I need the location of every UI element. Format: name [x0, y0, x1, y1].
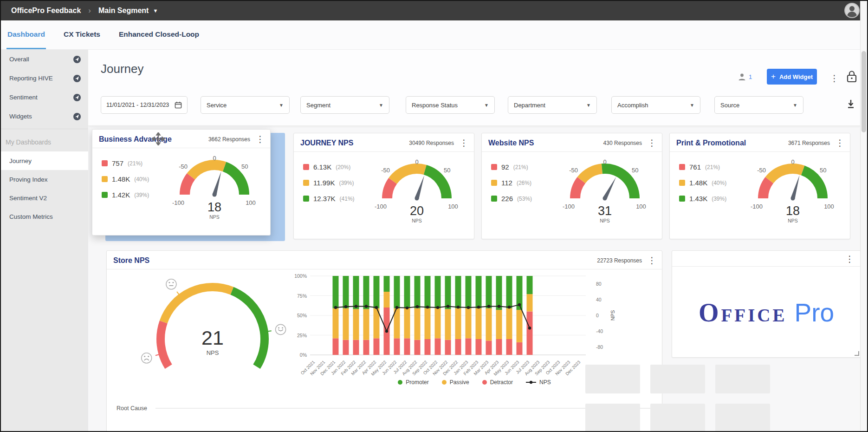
scrollbar-thumb[interactable] [862, 51, 866, 132]
svg-text:80: 80 [596, 281, 602, 287]
legend-promoter: Promoter [398, 379, 428, 386]
my-dashboards-label: My Dashboards [1, 129, 88, 151]
widget-card-business-advantage[interactable]: Business Advantage 3662 Responses ⋮ 757(… [92, 129, 271, 236]
chevron-down-icon: ▼ [484, 103, 489, 108]
svg-text:100%: 100% [294, 273, 307, 279]
nps-gauge-chart: -100-5005010020NPS [360, 152, 474, 227]
sidebar-item-proving-index[interactable]: Proving Index [1, 170, 88, 189]
legend-nps: NPS [526, 379, 551, 386]
svg-text:20: 20 [410, 204, 424, 218]
filter-department[interactable]: Department▼ [508, 96, 597, 114]
filter-accomplish[interactable]: Accomplish▼ [611, 96, 700, 114]
filter-service[interactable]: Service▼ [201, 96, 290, 114]
chevron-down-icon: ▼ [793, 103, 797, 108]
chevron-down-icon: ▼ [586, 103, 591, 108]
lock-icon[interactable] [846, 70, 858, 85]
root-cause-section: Root Cause [117, 405, 653, 412]
legend-passive: 112(26%) [491, 179, 548, 187]
officepro-logo: Office Pro [672, 268, 860, 357]
sidebar-item-sentiment[interactable]: Sentiment [1, 88, 88, 107]
sidebar: Overall Reporting HIVE Sentiment Widgets… [1, 50, 88, 431]
widget-menu-kebab-icon[interactable]: ⋮ [836, 138, 844, 147]
add-widget-button[interactable]: + Add Widget [767, 69, 817, 85]
globe-icon [73, 74, 81, 83]
svg-text:0: 0 [415, 158, 418, 165]
svg-text:-80: -80 [596, 344, 603, 350]
legend-detractor: Detractor [482, 379, 513, 386]
widget-card-journey-nps[interactable]: JOURNEY NPS 30490 Responses ⋮ 6.13K(20%)… [293, 133, 474, 239]
widget-menu-kebab-icon[interactable]: ⋮ [845, 255, 854, 263]
nps-line-marker [526, 380, 536, 385]
user-avatar[interactable] [844, 3, 860, 18]
sidebar-item-reporting-hive[interactable]: Reporting HIVE [1, 69, 88, 88]
date-range-picker[interactable]: 11/01/2021 - 12/31/2023 [101, 96, 188, 114]
person-icon [738, 73, 746, 81]
responses-count: 3671 Responses [788, 140, 830, 146]
filter-source[interactable]: Source▼ [714, 96, 803, 114]
filter-segment[interactable]: Segment▼ [300, 96, 389, 114]
legend-detractor: 92(21%) [491, 163, 548, 171]
nps-gauge-chart: -100-5005010031NPS [548, 152, 662, 227]
sidebar-item-widgets[interactable]: Widgets [1, 107, 88, 126]
date-range-value: 11/01/2021 - 12/31/2023 [106, 102, 169, 108]
store-nps-gauge-chart: 21NPS [124, 275, 301, 401]
dashboard-menu-kebab-icon[interactable]: ⋮ [830, 74, 839, 83]
tab-dashboard[interactable]: Dashboard [6, 20, 46, 49]
widget-card-print-promotional[interactable]: Print & Promotional 3671 Responses ⋮ 761… [669, 133, 850, 239]
detractor-dot [482, 380, 487, 385]
passive-swatch [679, 180, 685, 186]
legend-promoter: 1.43K(39%) [679, 195, 736, 203]
sidebar-item-journey[interactable]: Journey [1, 151, 88, 170]
passive-swatch [491, 180, 497, 186]
svg-text:31: 31 [598, 204, 612, 218]
chevron-down-icon: ▼ [690, 103, 694, 108]
responses-count: 430 Responses [603, 140, 642, 146]
svg-text:NPS: NPS [600, 218, 610, 223]
svg-text:100: 100 [824, 203, 834, 210]
top-bar: OfficePro Feedback › Main Segment ▼ [1, 1, 862, 20]
skeleton-box [650, 365, 705, 393]
svg-text:25%: 25% [297, 333, 307, 338]
plus-icon: + [771, 72, 776, 81]
svg-text:0: 0 [596, 313, 599, 318]
vertical-scrollbar[interactable] [860, 1, 867, 431]
svg-text:100: 100 [246, 199, 256, 206]
widget-menu-kebab-icon[interactable]: ⋮ [648, 256, 656, 265]
legend-detractor: 757(21%) [102, 159, 158, 167]
widget-card-logo[interactable]: ⋮ Office Pro [672, 250, 860, 358]
avatar-person-icon [849, 6, 855, 11]
segment-picker[interactable]: Main Segment ▼ [98, 7, 158, 15]
svg-text:-50: -50 [757, 167, 766, 174]
responses-count: 22723 Responses [597, 257, 642, 264]
legend-detractor: 6.13K(20%) [303, 163, 360, 171]
svg-text:50: 50 [820, 167, 826, 174]
legend-passive: 11.99K(39%) [303, 179, 360, 187]
skeleton-box [715, 365, 770, 393]
detractor-swatch [679, 164, 685, 170]
svg-text:50: 50 [632, 167, 638, 174]
widget-menu-kebab-icon[interactable]: ⋮ [460, 138, 468, 147]
svg-text:0: 0 [213, 155, 216, 162]
page-title: Journey [101, 62, 144, 76]
widget-menu-kebab-icon[interactable]: ⋮ [648, 138, 656, 147]
widget-card-website-nps[interactable]: Website NPS 430 Responses ⋮ 92(21%) 112(… [481, 133, 662, 239]
svg-text:0: 0 [603, 158, 606, 165]
filter-response-status[interactable]: Response Status▼ [406, 96, 495, 114]
tab-enhanced-closed-loop[interactable]: Enhanced Closed-Loop [118, 20, 200, 49]
svg-text:NPS: NPS [610, 310, 615, 321]
tab-cx-tickets[interactable]: CX Tickets [63, 20, 101, 49]
nps-gauge-chart: -100-5005010018NPS [736, 152, 850, 227]
download-icon[interactable] [846, 99, 855, 111]
detractor-swatch [491, 164, 497, 170]
resize-handle[interactable] [855, 351, 859, 356]
dashboard-header [88, 50, 860, 126]
root-cause-label: Root Cause [117, 405, 147, 412]
widget-menu-kebab-icon[interactable]: ⋮ [256, 135, 265, 144]
svg-text:21: 21 [201, 327, 224, 349]
sidebar-item-custom-metrics[interactable]: Custom Metrics [1, 207, 88, 226]
promoter-swatch [491, 196, 497, 202]
sidebar-item-sentiment-v2[interactable]: Sentiment V2 [1, 189, 88, 207]
sidebar-item-overall[interactable]: Overall [1, 50, 88, 69]
widget-title: JOURNEY NPS [300, 139, 409, 147]
widget-card-store-nps[interactable]: Store NPS 22723 Responses ⋮ 21NPS 100%75… [106, 250, 662, 431]
